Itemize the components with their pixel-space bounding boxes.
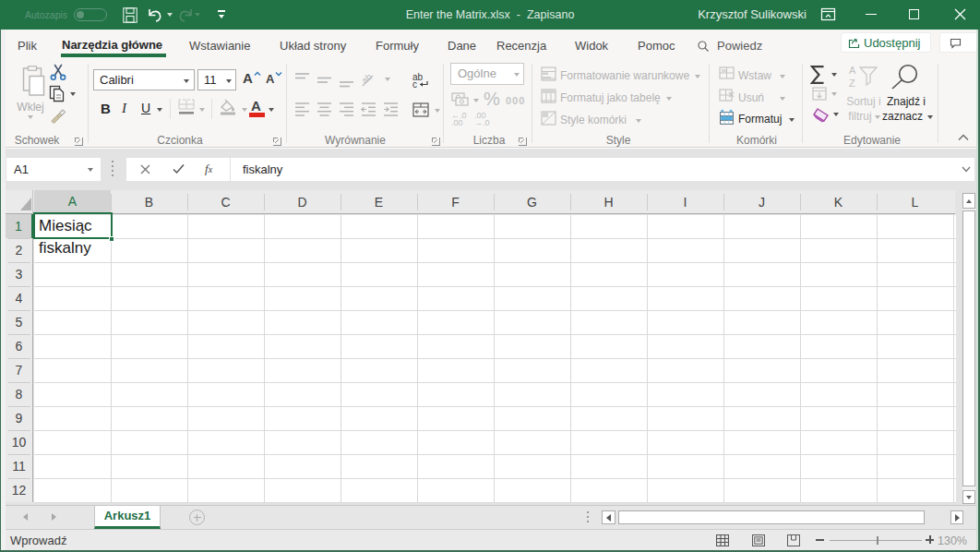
svg-text:c: c: [412, 79, 417, 89]
svg-text:ab: ab: [359, 73, 374, 86]
